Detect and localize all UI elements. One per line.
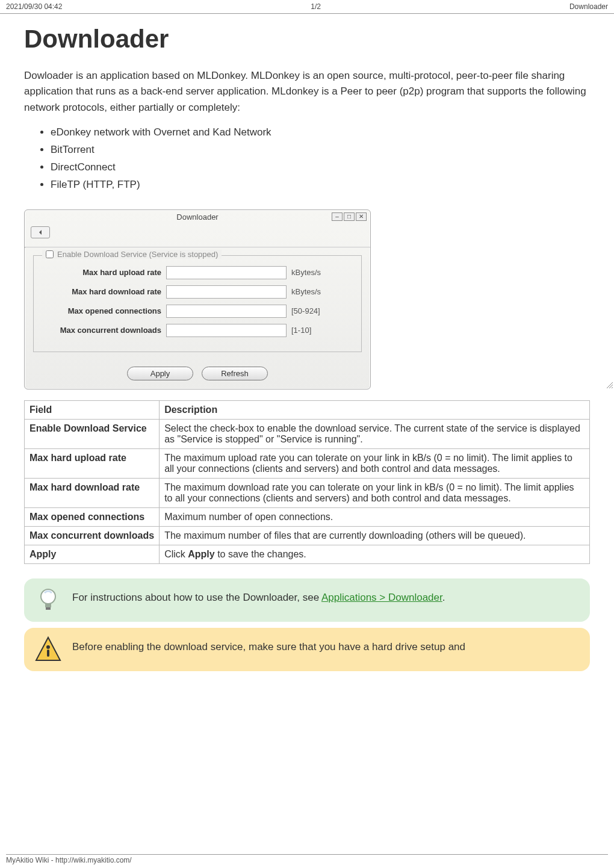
tip-link[interactable]: Applications > Downloader [321,592,442,603]
form-row-concurrent: Max concurrent downloads [1-10] [41,324,354,337]
connections-label: Max opened connections [41,306,166,315]
page-header: 2021/09/30 04:42 1/2 Downloader [0,0,614,14]
service-fieldset: Enable Download Service (Service is stop… [33,255,362,352]
upload-rate-input[interactable] [166,266,287,279]
intro-paragraph: Dowloader is an application based on MLD… [0,68,614,124]
svg-rect-1 [45,604,51,607]
header-date: 2021/09/30 04:42 [6,2,62,11]
desc-cell: Select the check-box to enable the downl… [160,419,590,448]
warning-text: Before enabling the download service, ma… [72,641,465,653]
downloader-dialog: Downloader – □ ✕ Enable Download Service… [24,209,371,389]
concurrent-label: Max concurrent downloads [41,326,166,335]
list-item: FileTP (HTTP, FTP) [51,176,590,194]
table-row: Max opened connections Maximum number of… [25,507,590,526]
download-rate-suffix: kBytes/s [287,287,321,296]
upload-rate-label: Max hard upload rate [41,268,166,277]
minimize-button[interactable]: – [332,212,343,221]
desc-cell: Click Apply to save the changes. [160,545,590,563]
upload-rate-suffix: kBytes/s [287,268,321,277]
table-row: Enable Download Service Select the check… [25,419,590,448]
divider [25,247,370,248]
tip-note: For instructions about how to use the Do… [24,578,590,622]
enable-service-label: Enable Download Service (Service is stop… [57,250,218,259]
field-cell: Max hard upload rate [25,448,160,478]
desc-cell: The maximum number of files that are cur… [160,526,590,545]
svg-point-3 [46,645,50,649]
concurrent-input[interactable] [166,324,287,337]
tip-text: For instructions about how to use the Do… [72,592,321,603]
maximize-button[interactable]: □ [344,212,355,221]
svg-rect-4 [47,649,49,657]
desc-cell: The maximum upload rate you can tolerate… [160,448,590,478]
refresh-button[interactable]: Refresh [202,367,268,380]
warning-note: Before enabling the download service, ma… [24,628,590,671]
connections-input[interactable] [166,305,287,318]
dialog-titlebar: Downloader – □ ✕ [25,210,370,224]
svg-rect-2 [46,607,51,610]
table-row: Max concurrent downloads The maximum num… [25,526,590,545]
tip-text-after: . [442,592,445,603]
header-section: Downloader [569,2,608,11]
desc-cell: Maximum number of open connections. [160,507,590,526]
resize-handle-icon[interactable] [606,381,613,388]
field-cell: Max opened connections [25,507,160,526]
dialog-button-bar: Apply Refresh [25,359,370,389]
table-row: Apply Click Apply to save the changes. [25,545,590,563]
form-row-connections: Max opened connections [50-924] [41,305,354,318]
desc-cell: The maximum download rate you can tolera… [160,478,590,507]
field-cell: Enable Download Service [25,419,160,448]
dialog-toolbar [25,224,370,247]
apply-button[interactable]: Apply [127,367,193,380]
desc-text: Click [164,549,188,559]
col-header-description: Description [160,400,590,419]
field-cell: Max hard download rate [25,478,160,507]
lightbulb-icon [34,586,63,615]
connections-suffix: [50-924] [287,306,320,315]
col-header-field: Field [25,400,160,419]
desc-bold: Apply [188,549,214,559]
field-cell: Max concurrent downloads [25,526,160,545]
table-row: Max hard upload rate The maximum upload … [25,448,590,478]
footer-text: MyAkitio Wiki - http://wiki.myakitio.com… [6,856,132,864]
enable-service-input[interactable] [46,250,54,258]
list-item: DirectConnect [51,159,590,176]
window-controls: – □ ✕ [332,212,367,221]
close-button[interactable]: ✕ [356,212,367,221]
fields-table: Field Description Enable Download Servic… [24,400,590,564]
header-page-number: 1/2 [311,2,321,11]
table-row: Max hard download rate The maximum downl… [25,478,590,507]
concurrent-suffix: [1-10] [287,326,311,335]
form-row-download-rate: Max hard download rate kBytes/s [41,285,354,299]
chevron-left-icon [37,229,43,235]
enable-service-checkbox[interactable]: Enable Download Service (Service is stop… [42,250,222,259]
list-item: BitTorrent [51,141,590,159]
download-rate-label: Max hard download rate [41,287,166,296]
warning-icon [34,635,63,664]
list-item: eDonkey network with Overnet and Kad Net… [51,124,590,141]
desc-text: to save the changes. [215,549,306,559]
table-header-row: Field Description [25,400,590,419]
back-button[interactable] [31,226,50,238]
field-cell: Apply [25,545,160,563]
form-row-upload-rate: Max hard upload rate kBytes/s [41,266,354,279]
footer-rule [6,854,608,855]
download-rate-input[interactable] [166,285,287,299]
page-title: Downloader [0,14,614,68]
protocol-list: eDonkey network with Overnet and Kad Net… [0,124,614,206]
dialog-title: Downloader [176,212,218,222]
